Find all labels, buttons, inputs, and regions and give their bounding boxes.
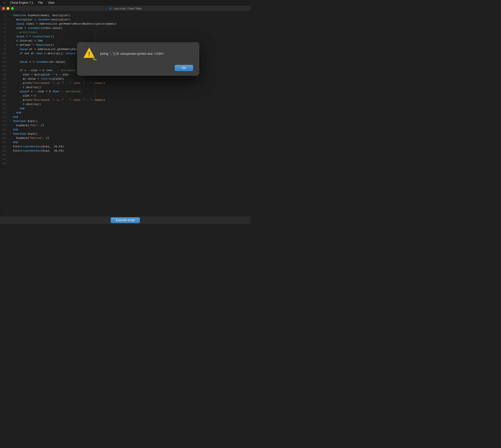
- dialog-buttons: OK: [83, 65, 193, 71]
- ok-button[interactable]: OK: [175, 65, 193, 71]
- dialog-message: [string "..."]:10: unexpected symbol nea…: [100, 52, 164, 56]
- gear-bug-icon: 🐛: [92, 55, 97, 61]
- dialog-icon-wrapper: ! 🐛: [83, 47, 96, 60]
- dialog-overlay: ! 🐛 [string "..."]:10: unexpected symbol…: [0, 0, 250, 224]
- dialog-content: ! 🐛 [string "..."]:10: unexpected symbol…: [83, 47, 193, 60]
- svg-text:!: !: [88, 51, 90, 57]
- error-dialog: ! 🐛 [string "..."]:10: unexpected symbol…: [77, 42, 199, 76]
